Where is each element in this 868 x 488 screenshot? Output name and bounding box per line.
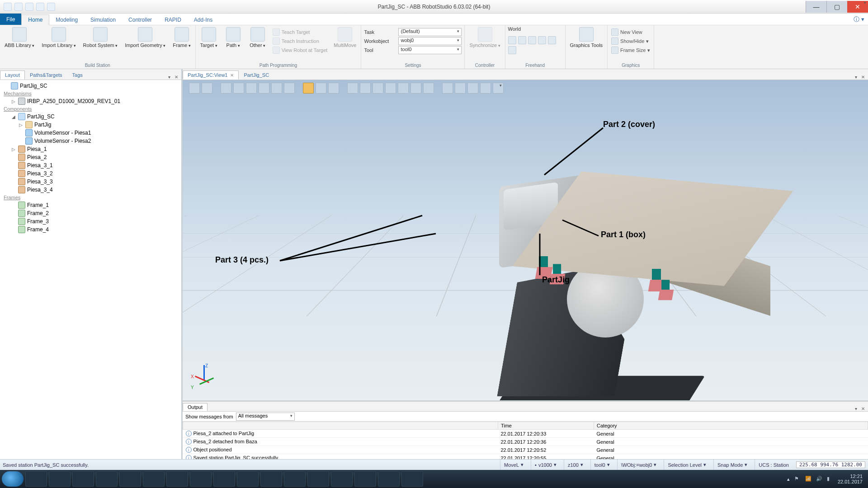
vp-tool-icon[interactable] [442, 83, 453, 94]
rapid-tab[interactable]: RAPID [158, 15, 188, 25]
vp-tool-icon[interactable] [303, 83, 314, 94]
synchronize-button[interactable]: Synchronize [467, 26, 502, 49]
taskbar-app[interactable] [190, 471, 212, 487]
multimove-button[interactable]: MultiMove [332, 26, 358, 49]
vp-tool-icon[interactable] [246, 83, 257, 94]
qat-redo-icon[interactable] [25, 3, 33, 11]
tree-piesa[interactable]: Piesa_3_4 [27, 187, 53, 193]
layout-tree[interactable]: PartJig_SC Mechanisms ▷IRBP_A250_D1000_M… [0, 80, 181, 459]
vp-tool-icon[interactable] [259, 83, 269, 94]
vp-tool-icon[interactable] [284, 83, 295, 94]
filter-select[interactable]: All messages [236, 413, 295, 421]
taskbar-app[interactable] [119, 471, 141, 487]
path-button[interactable]: Path [223, 26, 244, 49]
taskbar-app[interactable] [331, 471, 353, 487]
home-tab[interactable]: Home [21, 14, 49, 25]
vp-tool-icon[interactable] [189, 83, 200, 94]
tray-clock[interactable]: 12:21 22.01.2017 [838, 474, 863, 484]
tray-battery-icon[interactable]: ▮ [827, 476, 833, 482]
tree-root[interactable]: PartJig_SC [20, 83, 47, 89]
taskbar-app[interactable] [260, 471, 282, 487]
qat-undo-icon[interactable] [14, 3, 23, 11]
tray-up-icon[interactable]: ▴ [787, 476, 790, 482]
tree-frame[interactable]: Frame_1 [27, 202, 49, 208]
frame-button[interactable]: Frame [171, 26, 192, 49]
tray-flag-icon[interactable]: ⚑ [794, 476, 801, 482]
vp-tool-icon[interactable] [360, 83, 371, 94]
paths-targets-tab[interactable]: Paths&Targets [25, 70, 67, 80]
taskbar-app[interactable] [213, 471, 235, 487]
tree-piesa[interactable]: Piesa_3_3 [27, 178, 53, 185]
taskbar-app[interactable] [96, 471, 118, 487]
controller-tab[interactable]: Controller [122, 15, 158, 25]
tree-frame[interactable]: Frame_3 [27, 218, 49, 225]
minimize-button[interactable]: — [806, 1, 826, 13]
taskbar-app[interactable] [72, 471, 94, 487]
tree-piesa[interactable]: Piesa_3_1 [27, 162, 53, 169]
teach-target-button[interactable]: Teach Target [272, 28, 329, 36]
freehand-icon[interactable] [548, 36, 556, 44]
import-library-button[interactable]: Import Library [40, 26, 77, 49]
taskbar-app[interactable] [284, 471, 306, 487]
status-selection-level[interactable]: Selection Level ▾ [664, 460, 710, 470]
tree-piesa[interactable]: Piesa_2 [27, 154, 47, 160]
tags-tab[interactable]: Tags [67, 70, 88, 80]
abb-library-button[interactable]: ABB Library [3, 26, 36, 49]
status-wobj[interactable]: \WObj:=wobj0 ▾ [617, 460, 660, 470]
layout-tab[interactable]: Layout [0, 70, 25, 80]
workobject-select[interactable]: wobj0 [398, 37, 462, 45]
taskbar-app[interactable] [237, 471, 259, 487]
system-tray[interactable]: ▴ ⚑ 📶 🔊 ▮ 12:21 22.01.2017 [787, 474, 866, 484]
output-close-icon[interactable]: ✕ [860, 406, 866, 411]
vp-tool-icon[interactable] [316, 83, 326, 94]
other-button[interactable]: Other [247, 26, 268, 49]
freehand-icon[interactable] [528, 36, 536, 44]
qat-screenshot-icon[interactable] [36, 3, 44, 11]
vp-tool-icon[interactable] [328, 83, 339, 94]
import-geometry-button[interactable]: Import Geometry [123, 26, 167, 49]
new-view-button[interactable]: New View [610, 28, 651, 36]
panel-close-icon[interactable]: ✕ [173, 75, 179, 80]
tray-sound-icon[interactable]: 🔊 [816, 476, 822, 482]
vp-tool-icon[interactable] [493, 83, 504, 94]
tray-network-icon[interactable]: 📶 [805, 476, 811, 482]
tree-frame[interactable]: Frame_2 [27, 210, 49, 216]
taskbar-app[interactable] [401, 471, 423, 487]
tree-frame[interactable]: Frame_4 [27, 226, 49, 233]
output-row[interactable]: iPiesa_2 detached from Baza22.01.2017 12… [183, 438, 868, 446]
status-movel[interactable]: MoveL ▾ [500, 460, 527, 470]
qat-save-icon[interactable] [4, 3, 12, 11]
expander-icon[interactable]: ▷ [11, 99, 16, 104]
vp-tool-icon[interactable] [410, 83, 421, 94]
tree-piesa[interactable]: Piesa_3_2 [27, 170, 53, 177]
simulation-tab[interactable]: Simulation [84, 15, 122, 25]
vp-tool-icon[interactable] [271, 83, 282, 94]
tool-select[interactable]: tool0 [398, 46, 462, 54]
output-pin-icon[interactable]: ▾ [853, 406, 859, 411]
graphics-tools-button[interactable]: Graphics Tools [568, 26, 605, 49]
freehand-icon[interactable] [508, 46, 516, 54]
status-tool[interactable]: tool0 ▾ [590, 460, 613, 470]
vp-tool-icon[interactable] [233, 83, 244, 94]
output-row[interactable]: iPiesa_2 attached to PartJig22.01.2017 1… [183, 430, 868, 438]
output-row[interactable]: iSaved station PartJig_SC successfully.2… [183, 454, 868, 460]
addins-tab[interactable]: Add-Ins [188, 15, 219, 25]
target-button[interactable]: Target [198, 26, 219, 49]
expander-icon[interactable]: ▷ [11, 147, 16, 152]
tree-partjig[interactable]: PartJig [34, 122, 51, 128]
output-grid[interactable]: TimeCategory iPiesa_2 attached to PartJi… [183, 422, 868, 459]
qat-more-icon[interactable] [47, 3, 55, 11]
col-time[interactable]: Time [498, 422, 594, 430]
tab-close-icon[interactable]: ✕ [230, 73, 234, 78]
vp-tool-icon[interactable] [221, 83, 231, 94]
taskbar-app[interactable] [49, 471, 71, 487]
output-tab[interactable]: Output [183, 403, 208, 411]
vp-tool-icon[interactable] [202, 83, 212, 94]
vp-tool-icon[interactable] [467, 83, 478, 94]
expander-icon[interactable]: ◢ [11, 114, 16, 119]
task-select[interactable]: (Default) [398, 28, 462, 36]
viewtabs-menu-icon[interactable]: ▾ [853, 75, 859, 80]
tree-piesa[interactable]: Piesa_1 [27, 146, 47, 152]
taskbar-app[interactable] [143, 471, 165, 487]
file-tab[interactable]: File [0, 14, 21, 25]
